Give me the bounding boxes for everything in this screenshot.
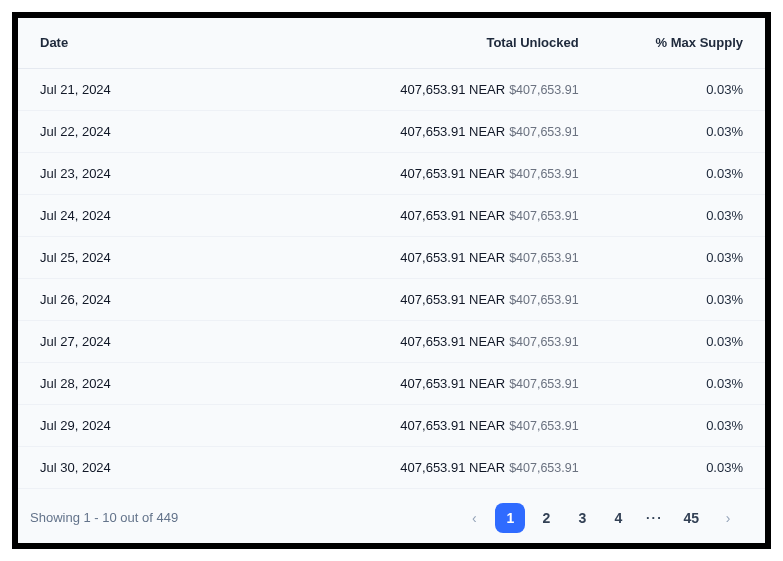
usd-value: $407,653.91 — [509, 209, 579, 223]
table-row: Jul 27, 2024407,653.91 NEAR$407,653.910.… — [18, 320, 765, 362]
next-page-button[interactable]: › — [713, 503, 743, 533]
chevron-left-icon: ‹ — [472, 510, 477, 526]
page-button-3[interactable]: 3 — [567, 503, 597, 533]
column-header-total-unlocked[interactable]: Total Unlocked — [302, 18, 601, 68]
pagination-summary: Showing 1 - 10 out of 449 — [30, 510, 178, 525]
chevron-right-icon: › — [726, 510, 731, 526]
usd-value: $407,653.91 — [509, 293, 579, 307]
table-row: Jul 21, 2024407,653.91 NEAR$407,653.910.… — [18, 68, 765, 110]
page-last-button[interactable]: 45 — [675, 503, 707, 533]
page-button-1[interactable]: 1 — [495, 503, 525, 533]
table-header-row: Date Total Unlocked % Max Supply — [18, 18, 765, 68]
cell-total-unlocked: 407,653.91 NEAR$407,653.91 — [302, 404, 601, 446]
cell-pct-max-supply: 0.03% — [601, 320, 765, 362]
amount-value: 407,653.91 NEAR — [400, 292, 505, 307]
pager: ‹ 1234 ··· 45 › — [459, 503, 743, 533]
usd-value: $407,653.91 — [509, 251, 579, 265]
usd-value: $407,653.91 — [509, 461, 579, 475]
page-ellipsis: ··· — [639, 510, 669, 525]
cell-total-unlocked: 407,653.91 NEAR$407,653.91 — [302, 236, 601, 278]
cell-pct-max-supply: 0.03% — [601, 68, 765, 110]
cell-total-unlocked: 407,653.91 NEAR$407,653.91 — [302, 446, 601, 488]
table-row: Jul 26, 2024407,653.91 NEAR$407,653.910.… — [18, 278, 765, 320]
cell-pct-max-supply: 0.03% — [601, 152, 765, 194]
unlock-schedule-table: Date Total Unlocked % Max Supply Jul 21,… — [18, 18, 765, 489]
cell-total-unlocked: 407,653.91 NEAR$407,653.91 — [302, 194, 601, 236]
amount-value: 407,653.91 NEAR — [400, 250, 505, 265]
data-table-frame: Date Total Unlocked % Max Supply Jul 21,… — [12, 12, 771, 549]
cell-date: Jul 27, 2024 — [18, 320, 302, 362]
cell-total-unlocked: 407,653.91 NEAR$407,653.91 — [302, 152, 601, 194]
usd-value: $407,653.91 — [509, 335, 579, 349]
table-row: Jul 22, 2024407,653.91 NEAR$407,653.910.… — [18, 110, 765, 152]
table-row: Jul 28, 2024407,653.91 NEAR$407,653.910.… — [18, 362, 765, 404]
pagination-bar: Showing 1 - 10 out of 449 ‹ 1234 ··· 45 … — [18, 489, 765, 547]
usd-value: $407,653.91 — [509, 83, 579, 97]
cell-date: Jul 21, 2024 — [18, 68, 302, 110]
amount-value: 407,653.91 NEAR — [400, 334, 505, 349]
table-row: Jul 29, 2024407,653.91 NEAR$407,653.910.… — [18, 404, 765, 446]
amount-value: 407,653.91 NEAR — [400, 124, 505, 139]
cell-date: Jul 30, 2024 — [18, 446, 302, 488]
cell-date: Jul 29, 2024 — [18, 404, 302, 446]
column-header-pct-max-supply[interactable]: % Max Supply — [601, 18, 765, 68]
column-header-date[interactable]: Date — [18, 18, 302, 68]
cell-date: Jul 28, 2024 — [18, 362, 302, 404]
prev-page-button[interactable]: ‹ — [459, 503, 489, 533]
amount-value: 407,653.91 NEAR — [400, 166, 505, 181]
cell-date: Jul 25, 2024 — [18, 236, 302, 278]
page-button-2[interactable]: 2 — [531, 503, 561, 533]
cell-pct-max-supply: 0.03% — [601, 278, 765, 320]
cell-total-unlocked: 407,653.91 NEAR$407,653.91 — [302, 68, 601, 110]
cell-date: Jul 22, 2024 — [18, 110, 302, 152]
cell-total-unlocked: 407,653.91 NEAR$407,653.91 — [302, 362, 601, 404]
usd-value: $407,653.91 — [509, 377, 579, 391]
cell-pct-max-supply: 0.03% — [601, 236, 765, 278]
cell-pct-max-supply: 0.03% — [601, 194, 765, 236]
usd-value: $407,653.91 — [509, 167, 579, 181]
cell-date: Jul 26, 2024 — [18, 278, 302, 320]
cell-pct-max-supply: 0.03% — [601, 404, 765, 446]
amount-value: 407,653.91 NEAR — [400, 208, 505, 223]
table-container: Date Total Unlocked % Max Supply Jul 21,… — [18, 18, 765, 547]
amount-value: 407,653.91 NEAR — [400, 460, 505, 475]
table-row: Jul 24, 2024407,653.91 NEAR$407,653.910.… — [18, 194, 765, 236]
table-row: Jul 30, 2024407,653.91 NEAR$407,653.910.… — [18, 446, 765, 488]
amount-value: 407,653.91 NEAR — [400, 376, 505, 391]
amount-value: 407,653.91 NEAR — [400, 418, 505, 433]
cell-pct-max-supply: 0.03% — [601, 362, 765, 404]
cell-date: Jul 24, 2024 — [18, 194, 302, 236]
cell-total-unlocked: 407,653.91 NEAR$407,653.91 — [302, 278, 601, 320]
usd-value: $407,653.91 — [509, 419, 579, 433]
cell-pct-max-supply: 0.03% — [601, 446, 765, 488]
page-button-4[interactable]: 4 — [603, 503, 633, 533]
usd-value: $407,653.91 — [509, 125, 579, 139]
cell-total-unlocked: 407,653.91 NEAR$407,653.91 — [302, 110, 601, 152]
table-row: Jul 23, 2024407,653.91 NEAR$407,653.910.… — [18, 152, 765, 194]
cell-pct-max-supply: 0.03% — [601, 110, 765, 152]
cell-date: Jul 23, 2024 — [18, 152, 302, 194]
table-row: Jul 25, 2024407,653.91 NEAR$407,653.910.… — [18, 236, 765, 278]
cell-total-unlocked: 407,653.91 NEAR$407,653.91 — [302, 320, 601, 362]
amount-value: 407,653.91 NEAR — [400, 82, 505, 97]
